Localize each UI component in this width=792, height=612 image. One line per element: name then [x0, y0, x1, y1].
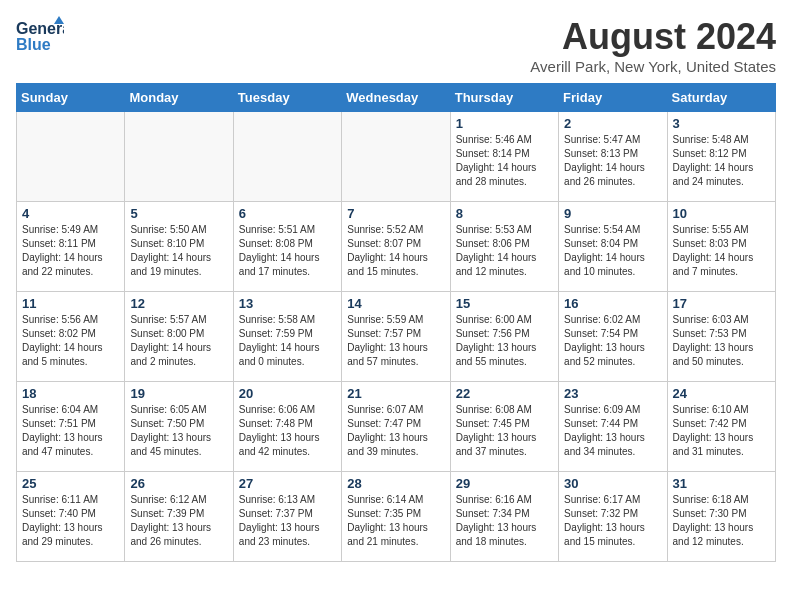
day-number: 12: [130, 296, 227, 311]
day-number: 28: [347, 476, 444, 491]
calendar-cell: 8Sunrise: 5:53 AM Sunset: 8:06 PM Daylig…: [450, 202, 558, 292]
calendar-cell: 9Sunrise: 5:54 AM Sunset: 8:04 PM Daylig…: [559, 202, 667, 292]
weekday-header-saturday: Saturday: [667, 84, 775, 112]
day-number: 15: [456, 296, 553, 311]
calendar-cell: 28Sunrise: 6:14 AM Sunset: 7:35 PM Dayli…: [342, 472, 450, 562]
day-number: 10: [673, 206, 770, 221]
calendar-cell: 22Sunrise: 6:08 AM Sunset: 7:45 PM Dayli…: [450, 382, 558, 472]
calendar-cell: 21Sunrise: 6:07 AM Sunset: 7:47 PM Dayli…: [342, 382, 450, 472]
cell-info: Sunrise: 6:08 AM Sunset: 7:45 PM Dayligh…: [456, 403, 553, 459]
calendar-cell: 26Sunrise: 6:12 AM Sunset: 7:39 PM Dayli…: [125, 472, 233, 562]
day-number: 27: [239, 476, 336, 491]
weekday-header-thursday: Thursday: [450, 84, 558, 112]
cell-info: Sunrise: 5:51 AM Sunset: 8:08 PM Dayligh…: [239, 223, 336, 279]
calendar-cell: 3Sunrise: 5:48 AM Sunset: 8:12 PM Daylig…: [667, 112, 775, 202]
weekday-header-friday: Friday: [559, 84, 667, 112]
logo: General Blue: [16, 16, 64, 56]
day-number: 22: [456, 386, 553, 401]
page-header: General Blue August 2024 Averill Park, N…: [16, 16, 776, 75]
day-number: 24: [673, 386, 770, 401]
title-area: August 2024 Averill Park, New York, Unit…: [530, 16, 776, 75]
calendar-cell: 2Sunrise: 5:47 AM Sunset: 8:13 PM Daylig…: [559, 112, 667, 202]
day-number: 1: [456, 116, 553, 131]
calendar-cell: 5Sunrise: 5:50 AM Sunset: 8:10 PM Daylig…: [125, 202, 233, 292]
day-number: 4: [22, 206, 119, 221]
cell-info: Sunrise: 6:04 AM Sunset: 7:51 PM Dayligh…: [22, 403, 119, 459]
day-number: 30: [564, 476, 661, 491]
calendar-table: SundayMondayTuesdayWednesdayThursdayFrid…: [16, 83, 776, 562]
cell-info: Sunrise: 5:54 AM Sunset: 8:04 PM Dayligh…: [564, 223, 661, 279]
cell-info: Sunrise: 5:55 AM Sunset: 8:03 PM Dayligh…: [673, 223, 770, 279]
weekday-header-monday: Monday: [125, 84, 233, 112]
day-number: 31: [673, 476, 770, 491]
day-number: 20: [239, 386, 336, 401]
cell-info: Sunrise: 6:00 AM Sunset: 7:56 PM Dayligh…: [456, 313, 553, 369]
cell-info: Sunrise: 6:06 AM Sunset: 7:48 PM Dayligh…: [239, 403, 336, 459]
calendar-cell: 4Sunrise: 5:49 AM Sunset: 8:11 PM Daylig…: [17, 202, 125, 292]
cell-info: Sunrise: 6:09 AM Sunset: 7:44 PM Dayligh…: [564, 403, 661, 459]
calendar-cell: 19Sunrise: 6:05 AM Sunset: 7:50 PM Dayli…: [125, 382, 233, 472]
weekday-header-wednesday: Wednesday: [342, 84, 450, 112]
calendar-cell: 15Sunrise: 6:00 AM Sunset: 7:56 PM Dayli…: [450, 292, 558, 382]
cell-info: Sunrise: 5:59 AM Sunset: 7:57 PM Dayligh…: [347, 313, 444, 369]
calendar-cell: 31Sunrise: 6:18 AM Sunset: 7:30 PM Dayli…: [667, 472, 775, 562]
day-number: 29: [456, 476, 553, 491]
day-number: 23: [564, 386, 661, 401]
day-number: 26: [130, 476, 227, 491]
calendar-cell: 23Sunrise: 6:09 AM Sunset: 7:44 PM Dayli…: [559, 382, 667, 472]
cell-info: Sunrise: 5:46 AM Sunset: 8:14 PM Dayligh…: [456, 133, 553, 189]
calendar-cell: [233, 112, 341, 202]
calendar-week-row: 1Sunrise: 5:46 AM Sunset: 8:14 PM Daylig…: [17, 112, 776, 202]
weekday-header-sunday: Sunday: [17, 84, 125, 112]
cell-info: Sunrise: 6:05 AM Sunset: 7:50 PM Dayligh…: [130, 403, 227, 459]
cell-info: Sunrise: 5:50 AM Sunset: 8:10 PM Dayligh…: [130, 223, 227, 279]
day-number: 21: [347, 386, 444, 401]
day-number: 17: [673, 296, 770, 311]
calendar-week-row: 4Sunrise: 5:49 AM Sunset: 8:11 PM Daylig…: [17, 202, 776, 292]
cell-info: Sunrise: 5:57 AM Sunset: 8:00 PM Dayligh…: [130, 313, 227, 369]
cell-info: Sunrise: 6:10 AM Sunset: 7:42 PM Dayligh…: [673, 403, 770, 459]
calendar-cell: 1Sunrise: 5:46 AM Sunset: 8:14 PM Daylig…: [450, 112, 558, 202]
calendar-cell: 17Sunrise: 6:03 AM Sunset: 7:53 PM Dayli…: [667, 292, 775, 382]
cell-info: Sunrise: 6:17 AM Sunset: 7:32 PM Dayligh…: [564, 493, 661, 549]
svg-text:Blue: Blue: [16, 36, 51, 53]
calendar-cell: 20Sunrise: 6:06 AM Sunset: 7:48 PM Dayli…: [233, 382, 341, 472]
location-title: Averill Park, New York, United States: [530, 58, 776, 75]
calendar-cell: 11Sunrise: 5:56 AM Sunset: 8:02 PM Dayli…: [17, 292, 125, 382]
calendar-cell: 10Sunrise: 5:55 AM Sunset: 8:03 PM Dayli…: [667, 202, 775, 292]
calendar-cell: 6Sunrise: 5:51 AM Sunset: 8:08 PM Daylig…: [233, 202, 341, 292]
cell-info: Sunrise: 6:11 AM Sunset: 7:40 PM Dayligh…: [22, 493, 119, 549]
calendar-week-row: 18Sunrise: 6:04 AM Sunset: 7:51 PM Dayli…: [17, 382, 776, 472]
calendar-header-row: SundayMondayTuesdayWednesdayThursdayFrid…: [17, 84, 776, 112]
cell-info: Sunrise: 6:13 AM Sunset: 7:37 PM Dayligh…: [239, 493, 336, 549]
day-number: 3: [673, 116, 770, 131]
cell-info: Sunrise: 5:48 AM Sunset: 8:12 PM Dayligh…: [673, 133, 770, 189]
cell-info: Sunrise: 6:12 AM Sunset: 7:39 PM Dayligh…: [130, 493, 227, 549]
cell-info: Sunrise: 5:58 AM Sunset: 7:59 PM Dayligh…: [239, 313, 336, 369]
day-number: 19: [130, 386, 227, 401]
cell-info: Sunrise: 5:56 AM Sunset: 8:02 PM Dayligh…: [22, 313, 119, 369]
calendar-cell: 30Sunrise: 6:17 AM Sunset: 7:32 PM Dayli…: [559, 472, 667, 562]
day-number: 7: [347, 206, 444, 221]
cell-info: Sunrise: 5:53 AM Sunset: 8:06 PM Dayligh…: [456, 223, 553, 279]
calendar-cell: [17, 112, 125, 202]
calendar-cell: [342, 112, 450, 202]
day-number: 6: [239, 206, 336, 221]
cell-info: Sunrise: 6:16 AM Sunset: 7:34 PM Dayligh…: [456, 493, 553, 549]
cell-info: Sunrise: 6:18 AM Sunset: 7:30 PM Dayligh…: [673, 493, 770, 549]
cell-info: Sunrise: 5:49 AM Sunset: 8:11 PM Dayligh…: [22, 223, 119, 279]
day-number: 14: [347, 296, 444, 311]
calendar-cell: 16Sunrise: 6:02 AM Sunset: 7:54 PM Dayli…: [559, 292, 667, 382]
calendar-cell: 7Sunrise: 5:52 AM Sunset: 8:07 PM Daylig…: [342, 202, 450, 292]
day-number: 13: [239, 296, 336, 311]
calendar-week-row: 11Sunrise: 5:56 AM Sunset: 8:02 PM Dayli…: [17, 292, 776, 382]
calendar-cell: 24Sunrise: 6:10 AM Sunset: 7:42 PM Dayli…: [667, 382, 775, 472]
month-title: August 2024: [530, 16, 776, 58]
generalblue-logo-icon: General Blue: [16, 16, 64, 56]
weekday-header-tuesday: Tuesday: [233, 84, 341, 112]
calendar-cell: 18Sunrise: 6:04 AM Sunset: 7:51 PM Dayli…: [17, 382, 125, 472]
cell-info: Sunrise: 6:14 AM Sunset: 7:35 PM Dayligh…: [347, 493, 444, 549]
cell-info: Sunrise: 6:07 AM Sunset: 7:47 PM Dayligh…: [347, 403, 444, 459]
cell-info: Sunrise: 5:47 AM Sunset: 8:13 PM Dayligh…: [564, 133, 661, 189]
day-number: 2: [564, 116, 661, 131]
